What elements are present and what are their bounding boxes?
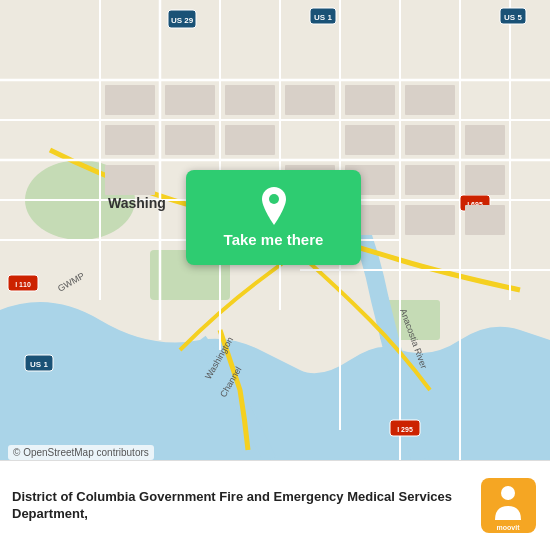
button-label: Take me there (224, 231, 324, 248)
svg-rect-50 (105, 165, 155, 195)
location-name: District of Columbia Government Fire and… (12, 489, 468, 523)
svg-rect-49 (465, 125, 505, 155)
svg-text:I 295: I 295 (397, 426, 413, 433)
bottom-info-bar: District of Columbia Government Fire and… (0, 460, 550, 550)
svg-rect-53 (405, 165, 455, 195)
svg-rect-39 (165, 85, 215, 115)
svg-text:moovit: moovit (496, 524, 520, 531)
svg-text:I 110: I 110 (15, 281, 31, 288)
svg-rect-56 (405, 205, 455, 235)
svg-rect-42 (345, 85, 395, 115)
svg-rect-38 (105, 85, 155, 115)
svg-rect-48 (405, 125, 455, 155)
svg-rect-43 (405, 85, 455, 115)
svg-text:US 5: US 5 (504, 13, 522, 22)
svg-rect-41 (285, 85, 335, 115)
svg-rect-54 (465, 165, 505, 195)
svg-rect-57 (465, 205, 505, 235)
location-info: District of Columbia Government Fire and… (12, 489, 468, 523)
svg-rect-45 (165, 125, 215, 155)
osm-attribution: © OpenStreetMap contributors (8, 445, 154, 460)
map-view: US 29 US 1 US 5 I 695 I 295 US 1 I 110 G… (0, 0, 550, 460)
svg-rect-46 (225, 125, 275, 155)
moovit-logo: moovit (478, 478, 538, 533)
take-me-there-button[interactable]: Take me there (186, 170, 361, 265)
svg-text:Washing: Washing (108, 195, 166, 211)
location-pin-icon (258, 187, 290, 225)
svg-text:US 1: US 1 (314, 13, 332, 22)
svg-point-60 (501, 486, 515, 500)
svg-text:US 1: US 1 (30, 360, 48, 369)
svg-point-58 (269, 194, 279, 204)
svg-rect-40 (225, 85, 275, 115)
moovit-logo-svg: moovit (481, 478, 536, 533)
svg-rect-47 (345, 125, 395, 155)
svg-rect-44 (105, 125, 155, 155)
svg-text:US 29: US 29 (171, 16, 194, 25)
